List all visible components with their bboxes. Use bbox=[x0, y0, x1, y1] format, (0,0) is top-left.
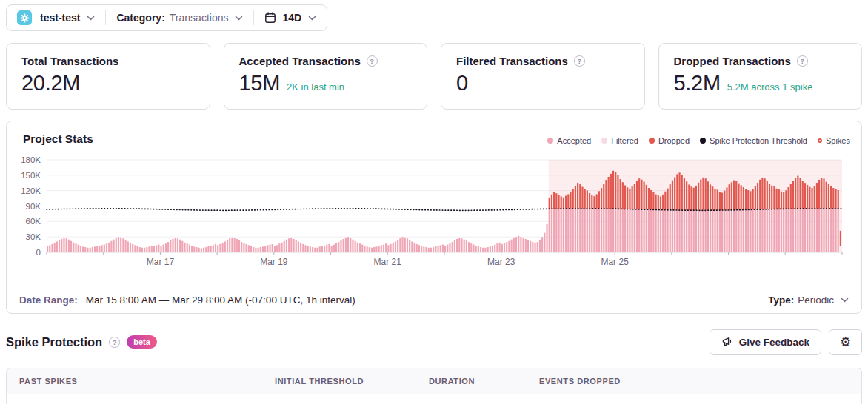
card-dropped-transactions: Dropped Transactions ? 5.2M 5.2M across … bbox=[658, 43, 863, 110]
period-value: 14D bbox=[282, 12, 301, 24]
megaphone-icon bbox=[721, 336, 733, 348]
legend-dot-icon bbox=[601, 138, 607, 144]
spike-protection-title: Spike Protection bbox=[6, 335, 102, 349]
legend-dot-icon bbox=[649, 138, 655, 144]
divider bbox=[253, 10, 254, 25]
date-period-selector[interactable]: 14D bbox=[264, 12, 316, 24]
svg-text:Mar 19: Mar 19 bbox=[260, 257, 288, 267]
svg-text:180K: 180K bbox=[21, 155, 41, 164]
legend-item-filtered[interactable]: Filtered bbox=[601, 136, 638, 145]
project-platform-icon bbox=[17, 10, 32, 25]
project-stats-panel: Project Stats Accepted Filtered Dropped … bbox=[6, 121, 862, 314]
give-feedback-label: Give Feedback bbox=[739, 337, 809, 348]
column-header-initial-threshold: Initial Threshold bbox=[262, 377, 416, 386]
card-subtext: 5.2M across 1 spike bbox=[727, 81, 813, 92]
help-icon[interactable]: ? bbox=[109, 337, 120, 348]
divider bbox=[105, 10, 106, 25]
card-total-transactions: Total Transactions 20.2M bbox=[6, 43, 210, 110]
legend-label: Spike Protection Threshold bbox=[710, 136, 807, 145]
legend-label: Filtered bbox=[611, 136, 638, 145]
beta-badge: beta bbox=[127, 335, 157, 349]
gear-icon: ⚙ bbox=[840, 334, 851, 350]
legend-dot-icon bbox=[700, 138, 706, 144]
help-icon[interactable]: ? bbox=[574, 55, 585, 67]
legend-ring-icon bbox=[818, 138, 822, 143]
svg-text:Mar 25: Mar 25 bbox=[601, 257, 629, 267]
chart-title: Project Stats bbox=[23, 132, 93, 146]
chevron-down-icon bbox=[235, 16, 243, 21]
svg-text:60K: 60K bbox=[26, 217, 41, 226]
card-value: 5.2M bbox=[674, 71, 721, 95]
date-range-row: Date Range: Mar 15 8:00 AM — Mar 29 8:00… bbox=[7, 286, 861, 313]
svg-text:Mar 17: Mar 17 bbox=[147, 257, 175, 267]
card-value: 15M bbox=[239, 71, 281, 95]
svg-text:120K: 120K bbox=[21, 186, 41, 195]
date-range-value: Mar 15 8:00 AM — Mar 29 8:00 AM (-07:00 … bbox=[86, 294, 355, 306]
card-title: Filtered Transactions bbox=[456, 55, 568, 67]
category-label: Category: bbox=[116, 12, 164, 24]
svg-text:Mar 23: Mar 23 bbox=[487, 257, 515, 267]
card-subtext: 2K in last min bbox=[287, 81, 344, 92]
svg-text:30K: 30K bbox=[26, 232, 41, 241]
date-range-label: Date Range: bbox=[19, 294, 78, 306]
card-filtered-transactions: Filtered Transactions ? 0 bbox=[441, 43, 645, 110]
help-icon[interactable]: ? bbox=[797, 55, 808, 67]
column-header-past-spikes: Past Spikes bbox=[7, 377, 262, 386]
svg-text:150K: 150K bbox=[21, 171, 41, 180]
page-filter-bar: test-test Category: Transactions 14D bbox=[6, 4, 327, 31]
project-stats-chart[interactable]: 180K150K120K90K60K30K0Mar 17Mar 19Mar 21… bbox=[7, 152, 856, 280]
type-value: Periodic bbox=[798, 294, 834, 306]
legend-item-spikes[interactable]: Spikes bbox=[818, 136, 850, 145]
chevron-down-icon bbox=[87, 16, 95, 21]
calendar-icon bbox=[264, 12, 276, 24]
chart-legend: Accepted Filtered Dropped Spike Protecti… bbox=[547, 136, 850, 145]
card-title: Dropped Transactions bbox=[674, 55, 791, 67]
legend-dot-icon bbox=[547, 138, 553, 144]
svg-text:Mar 21: Mar 21 bbox=[374, 257, 402, 267]
type-label: Type: bbox=[768, 294, 794, 306]
legend-item-spike-protection-threshold[interactable]: Spike Protection Threshold bbox=[700, 136, 807, 145]
give-feedback-button[interactable]: Give Feedback bbox=[710, 329, 821, 355]
legend-label: Accepted bbox=[557, 136, 591, 145]
category-selector[interactable]: Category: Transactions bbox=[116, 12, 243, 24]
column-header-duration: Duration bbox=[416, 377, 527, 386]
project-name: test-test bbox=[40, 12, 80, 24]
legend-item-accepted[interactable]: Accepted bbox=[547, 136, 591, 145]
card-title: Total Transactions bbox=[21, 55, 118, 67]
card-value: 20.2M bbox=[21, 71, 80, 95]
legend-item-dropped[interactable]: Dropped bbox=[649, 136, 690, 145]
settings-button[interactable]: ⚙ bbox=[829, 329, 862, 355]
card-value: 0 bbox=[456, 71, 468, 95]
column-header-events-dropped: Events Dropped bbox=[527, 377, 861, 386]
svg-text:0: 0 bbox=[36, 248, 41, 257]
category-value: Transactions bbox=[170, 12, 229, 24]
svg-text:90K: 90K bbox=[26, 202, 41, 211]
help-icon[interactable]: ? bbox=[367, 55, 378, 67]
chevron-down-icon bbox=[841, 297, 849, 303]
type-selector[interactable]: Type: Periodic bbox=[768, 294, 849, 306]
table-header-row: Past Spikes Initial Threshold Duration E… bbox=[6, 368, 862, 394]
stat-cards-row: Total Transactions 20.2M Accepted Transa… bbox=[6, 43, 862, 110]
card-title: Accepted Transactions bbox=[239, 55, 361, 67]
chevron-down-icon bbox=[308, 16, 316, 21]
table-row bbox=[6, 394, 862, 404]
spike-protection-header: Spike Protection ? beta Give Feedback ⚙ bbox=[6, 328, 862, 356]
project-selector[interactable]: test-test bbox=[17, 10, 95, 25]
card-accepted-transactions: Accepted Transactions ? 15M 2K in last m… bbox=[224, 43, 428, 110]
past-spikes-table: Past Spikes Initial Threshold Duration E… bbox=[6, 368, 862, 404]
legend-label: Dropped bbox=[658, 136, 690, 145]
legend-label: Spikes bbox=[826, 136, 850, 145]
